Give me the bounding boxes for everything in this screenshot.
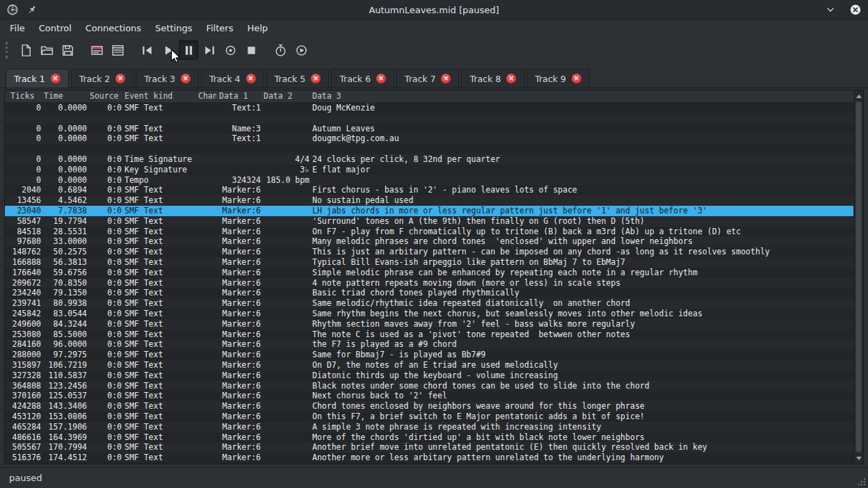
tab-close-icon[interactable]: × (51, 74, 61, 83)
cell-data1: Marker:6 (219, 268, 261, 278)
column-header-chan[interactable]: Chan (198, 90, 216, 102)
tab-close-icon[interactable]: × (572, 74, 581, 83)
table-row[interactable]: 00.00000:0Key Signature3♭E flat major (5, 165, 853, 175)
table-row[interactable]: 14876250.25750:0SMF TextMarker:6This is … (5, 247, 853, 257)
close-window-button[interactable] (849, 3, 862, 17)
column-header-ticks[interactable]: Ticks (10, 90, 41, 102)
tab-close-icon[interactable]: × (441, 74, 451, 83)
table-row[interactable]: 25308085.50000:0SMF TextMarker:6The note… (5, 330, 853, 340)
column-header-event-kind[interactable]: Event kind (124, 90, 195, 102)
scroll-down-button[interactable] (854, 453, 864, 463)
column-header-data-1[interactable]: Data 1 (219, 90, 261, 102)
menu-item-file[interactable]: File (3, 20, 32, 36)
cell-ticks: 315897 (10, 360, 41, 371)
open-file-button[interactable] (37, 40, 56, 60)
table-row[interactable]: 28416096.00000:0SMF TextMarker:6the F7 i… (5, 339, 853, 350)
toolbar-drag-handle[interactable] (6, 42, 10, 58)
new-file-button[interactable] (16, 40, 35, 60)
tab-track-3[interactable]: Track 3× (136, 69, 199, 88)
save-file-button[interactable] (58, 40, 77, 60)
timer-button[interactable] (271, 40, 290, 60)
table-row[interactable]: 16688856.38130:0SMF TextMarker:6Typical … (5, 257, 853, 268)
table-row[interactable]: 505567170.79940:0SMF TextMarker:6Another… (5, 442, 853, 453)
record-button[interactable] (220, 40, 240, 60)
cell-kind: SMF Text (124, 422, 195, 432)
menu-item-connections[interactable]: Connections (79, 20, 148, 36)
tab-track-5[interactable]: Track 5× (266, 69, 330, 88)
table-row[interactable]: 00.00000:0SMF TextName:3Autumn Leaves (5, 124, 853, 134)
cell-time: 106.7219 (44, 360, 87, 371)
menu-item-control[interactable]: Control (32, 20, 79, 36)
cell-data2 (264, 103, 310, 113)
scroll-up-button[interactable] (854, 91, 864, 101)
table-row[interactable] (5, 113, 853, 124)
menu-item-settings[interactable]: Settings (148, 20, 199, 36)
column-header-data-2[interactable]: Data 2 (264, 90, 310, 102)
tab-close-icon[interactable]: × (506, 74, 516, 83)
table-row[interactable]: 424288143.34060:0SMF TextMarker:6Chord t… (5, 401, 853, 412)
menu-item-filters[interactable]: Filters (199, 20, 240, 36)
table-row[interactable]: 327328110.58370:0SMF TextMarker:6Diatoni… (5, 371, 853, 381)
menu-item-help[interactable]: Help (240, 20, 275, 36)
tab-close-icon[interactable]: × (181, 74, 191, 83)
cell-ticks: 0 (10, 124, 41, 134)
cell-kind: SMF Text (124, 195, 195, 206)
pause-button[interactable] (179, 40, 198, 60)
table-row[interactable]: 00.00000:0Time Signature4/424 clocks per… (5, 154, 853, 165)
table-row[interactable]: 5854719.77940:0SMF TextMarker:6'Surround… (5, 216, 853, 227)
tab-track-7[interactable]: Track 7× (396, 69, 460, 88)
titlebar[interactable]: AutumnLeaves.mid [paused] (0, 0, 868, 20)
table-row[interactable]: 23974180.99380:0SMF TextMarker:6Same mel… (5, 298, 853, 309)
table-row[interactable]: 453120153.08060:0SMF TextMarker:6On this… (5, 412, 853, 422)
app-icon[interactable] (6, 3, 19, 17)
table-row-selected[interactable]: 230407.78380:0SMF TextMarker:6LH jabs ch… (5, 206, 853, 216)
tab-track-9[interactable]: Track 9× (527, 69, 590, 88)
table-row[interactable]: 24584283.05440:0SMF TextMarker:6Same rhy… (5, 309, 853, 319)
stop-button[interactable] (241, 40, 261, 60)
table-row[interactable]: 28800097.29750:0SMF TextMarker:6Same for… (5, 350, 853, 360)
tab-close-icon[interactable]: × (311, 74, 321, 83)
tab-close-icon[interactable]: × (376, 74, 386, 83)
table-row[interactable]: 20400.68940:0SMF TextMarker:6First choru… (5, 185, 853, 195)
tab-close-icon[interactable]: × (246, 74, 256, 83)
table-row[interactable]: 17664059.67560:0SMF TextMarker:6Simple m… (5, 268, 853, 278)
column-header-data-3[interactable]: Data 3 (312, 90, 851, 102)
table-row[interactable]: 486616164.39690:0SMF TextMarker:6More of… (5, 432, 853, 443)
table-row[interactable]: 9768033.00000:0SMF TextMarker:6Many melo… (5, 236, 853, 247)
table-row[interactable]: 315897106.72190:0SMF TextMarker:6On D7, … (5, 360, 853, 371)
column-header-source[interactable]: Source (90, 90, 122, 102)
skip-to-start-button[interactable] (137, 40, 156, 60)
tab-close-icon[interactable]: × (115, 74, 125, 83)
play-button[interactable] (158, 40, 177, 60)
table-row[interactable]: 23424079.13500:0SMF TextMarker:6Basic tr… (5, 288, 853, 298)
resize-grip[interactable] (855, 475, 867, 487)
pin-icon[interactable] (25, 3, 39, 17)
table-row[interactable]: 465284157.19060:0SMF TextMarker:6A simpl… (5, 422, 853, 432)
tab-track-1[interactable]: Track 1× (6, 69, 69, 88)
record-smf-button[interactable] (87, 40, 106, 60)
table-row[interactable]: 134564.54620:0SMF TextMarker:6No sustain… (5, 195, 853, 206)
tab-track-8[interactable]: Track 8× (461, 69, 524, 88)
loop-play-button[interactable] (291, 40, 311, 60)
cell-data2: 185.0 bpm (264, 175, 310, 186)
table-row[interactable]: 516376174.45120:0SMF TextMarker:6Another… (5, 453, 853, 463)
table-row[interactable]: 370160125.05370:0SMF TextMarker:6Next ch… (5, 391, 853, 401)
vertical-scrollbar[interactable] (853, 90, 863, 464)
table-row[interactable]: 24960084.32440:0SMF TextMarker:6Rhythm s… (5, 319, 853, 330)
cell-data3: Same melodic/rhythmic idea repeated diat… (312, 298, 851, 309)
table-row[interactable]: 00.00000:0SMF TextText:1dougmck@tpg.com.… (5, 133, 853, 144)
scrollbar-thumb[interactable] (855, 101, 862, 453)
skip-to-end-button[interactable] (200, 40, 219, 60)
tab-track-2[interactable]: Track 2× (71, 69, 134, 88)
tab-track-4[interactable]: Track 4× (201, 69, 264, 88)
event-list-button[interactable] (108, 40, 127, 60)
table-row[interactable]: 8451828.55310:0SMF TextMarker:6On F7 - p… (5, 227, 853, 237)
shade-window-button[interactable] (823, 3, 837, 17)
table-row[interactable]: 00.00000:0Tempo324324185.0 bpm (5, 175, 853, 186)
table-row[interactable]: 00.00000:0SMF TextText:1Doug McKenzie (5, 103, 853, 113)
table-row[interactable] (5, 144, 853, 154)
table-row[interactable]: 20967270.83500:0SMF TextMarker:64 note p… (5, 278, 853, 288)
tab-track-6[interactable]: Track 6× (331, 69, 394, 88)
column-header-time[interactable]: Time (44, 90, 87, 102)
table-row[interactable]: 364808123.24560:0SMF TextMarker:6Black n… (5, 381, 853, 391)
